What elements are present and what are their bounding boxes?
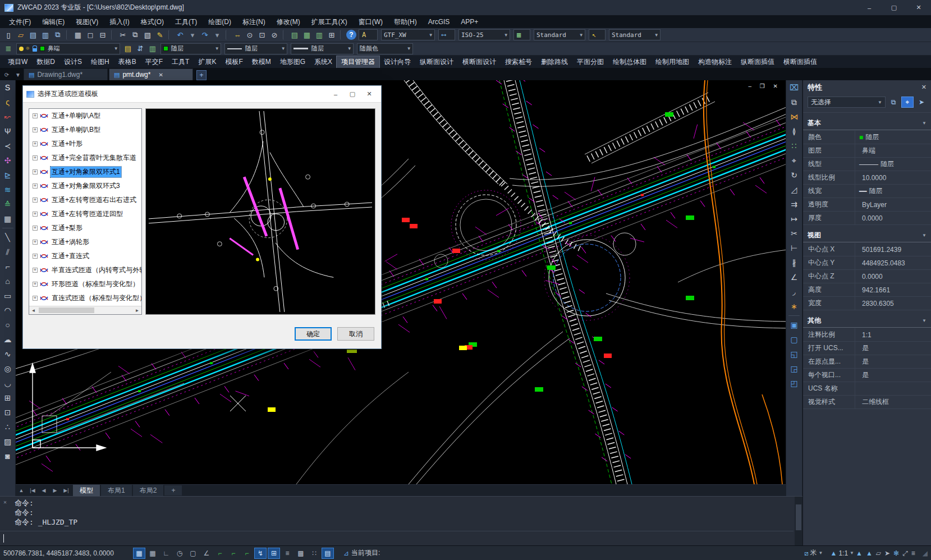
ribbon-tab[interactable]: 绘制用地图 [651,56,694,68]
tree-item[interactable]: + 半直连式匝道（内转弯式与外转 [29,263,141,277]
toolbar-icon[interactable]: ⊟ [97,29,108,40]
menu-item[interactable]: 窗口(W) [353,16,388,28]
tab-list-icon[interactable]: ▼ [12,69,24,80]
ribbon-tab[interactable]: 项目W [3,56,32,68]
modify-tool-icon[interactable]: ◞ [787,285,801,299]
draw-tool-icon[interactable]: ▦ [1,212,15,226]
draw-tool-icon[interactable]: ▨ [1,435,15,448]
tree-item[interactable]: + 互通+单喇叭B型 [29,123,141,137]
property-row[interactable]: 视觉样式 二维线框 [803,396,931,409]
toolbar-icon[interactable]: ✂ [117,29,129,40]
tree-item[interactable]: + 互通+涡轮形 [29,235,141,249]
toolbar-icon[interactable]: ↷ [199,29,210,40]
draw-tool-icon[interactable]: ◡ [1,377,15,390]
lineweight-combo[interactable]: 随层 ▼ [291,43,354,54]
expand-icon[interactable]: + [33,141,38,146]
property-row[interactable]: 打开 UCS... 是 [803,342,931,355]
restore-button[interactable]: ▢ [882,0,906,16]
document-tab[interactable]: ▤ Drawing1.dwg* ✕ [24,68,108,80]
modify-tool-icon[interactable]: ✂ [787,227,801,240]
draw-tool-icon[interactable]: ≺ [1,139,15,153]
ribbon-tab[interactable]: 横断面设计 [458,56,501,68]
expand-icon[interactable]: + [33,240,38,245]
expand-icon[interactable]: + [33,268,38,273]
modify-tool-icon[interactable]: ▣ [787,318,801,332]
draw-tool-icon[interactable]: ∿ [1,347,15,361]
toolbar-icon[interactable]: ▧ [142,29,153,40]
draw-tool-icon[interactable]: ⫽ [1,245,15,259]
expand-icon[interactable]: + [33,169,38,175]
layout-tab[interactable]: + [164,485,182,495]
properties-close-icon[interactable]: ✕ [921,84,927,91]
modify-tool-icon[interactable]: ◲ [787,362,801,375]
section-view-header[interactable]: 视图 ▼ [803,225,931,242]
ribbon-tab[interactable]: 纵断面设计 [415,56,458,68]
draw-tool-icon[interactable]: ○ [1,318,15,332]
ribbon-tab[interactable]: 扩展K [194,56,221,68]
ribbon-tab[interactable]: 构造物标注 [694,56,736,68]
expand-icon[interactable]: + [33,155,38,160]
status-toggle[interactable]: ▢ [187,548,199,559]
modify-tool-icon[interactable]: ▢ [787,333,801,346]
modify-tool-icon[interactable]: ↻ [787,168,801,182]
layer-manager-icon[interactable]: ≣ [3,43,14,54]
ribbon-tab[interactable]: 横断面插值 [779,56,822,68]
workspace-icon[interactable]: ▱ [876,549,881,557]
draw-tool-icon[interactable]: ≙ [1,198,15,211]
draw-tool-icon[interactable] [2,228,13,228]
ok-button[interactable]: 确定 [295,327,332,341]
dialog-maximize-icon[interactable]: ▢ [344,90,361,98]
toolbar-icon[interactable] [111,30,114,40]
tree-item[interactable]: + 互通+叶形 [29,137,141,151]
last-layout-icon[interactable]: ▶| [61,488,72,493]
plot-style-combo[interactable]: 随颜色 ▼ [357,43,413,54]
dialog-title-bar[interactable]: 选择互通或匝道模板 – ▢ ✕ [23,86,381,103]
select-objects-button[interactable]: ⌖ [901,97,914,108]
color-combo[interactable]: 随层 ▼ [160,43,221,54]
tab-scroll-icon[interactable]: ⟳ [1,69,12,80]
draw-tool-icon[interactable]: ≋ [1,183,15,196]
menu-item[interactable]: 帮助(H) [388,16,423,28]
menu-item[interactable]: 扩展工具(X) [306,16,353,28]
status-toggle[interactable]: ▤ [322,548,334,559]
toolbar-icon[interactable]: ⧉ [130,29,141,40]
draw-tool-icon[interactable]: ◎ [1,362,15,375]
modify-tool-icon[interactable]: ∠ [787,270,801,284]
draw-tool-icon[interactable]: ς [1,95,15,109]
annotation-visibility-icon[interactable]: ▲ [856,549,863,557]
close-tab-icon[interactable]: ✕ [158,72,163,78]
table-style-combo[interactable]: Standard▼ [534,29,585,40]
expand-icon[interactable]: + [33,282,38,287]
toolbar-icon[interactable]: ◻ [85,29,96,40]
expand-icon[interactable]: + [33,113,38,118]
linetype-combo[interactable]: 随层 ▼ [224,43,287,54]
fullscreen-icon[interactable]: ⤢ [902,549,908,557]
ribbon-tab[interactable]: 搜索桩号 [501,56,536,68]
modify-tool-icon[interactable]: ⌧ [787,81,801,94]
toolbar-icon[interactable]: ⊡ [256,29,268,40]
settings-gear-icon[interactable]: ✻ [893,549,899,557]
property-row[interactable]: 线型比例 10.0000 [803,171,931,185]
draw-tool-icon[interactable]: ☁ [1,333,15,346]
property-row[interactable]: 在原点显... 是 [803,355,931,369]
draw-tool-icon[interactable]: ↜ [1,110,15,123]
draw-tool-icon[interactable]: ∴ [1,420,15,434]
draw-tool-icon[interactable]: ▭ [1,289,15,302]
minimize-button[interactable]: – [857,0,882,16]
property-row[interactable]: 线型 ———随层 [803,158,931,171]
ribbon-tab[interactable]: 工具T [167,56,194,68]
modify-tool-icon[interactable]: ◰ [787,377,801,390]
first-layout-icon[interactable]: |◀ [27,488,38,493]
layer-tool-icon[interactable]: ▥ [147,43,158,54]
status-toggle[interactable]: ⊞ [268,548,280,559]
cancel-button[interactable]: 取消 [337,327,374,341]
modify-tool-icon[interactable] [788,315,800,316]
tree-item[interactable]: + 互通+对角象限双环式1 [29,165,141,179]
draw-tool-icon[interactable]: ╲ [1,231,15,244]
status-toggle[interactable]: ⌐ [227,548,240,559]
expand-icon[interactable]: + [33,226,38,231]
layout-tab[interactable]: 布局1 [101,485,132,497]
property-row[interactable]: 透明度 ByLayer [803,198,931,212]
ribbon-tab[interactable]: 纵断面插值 [736,56,779,68]
toolbar-icon[interactable]: ⇔ [232,29,243,40]
